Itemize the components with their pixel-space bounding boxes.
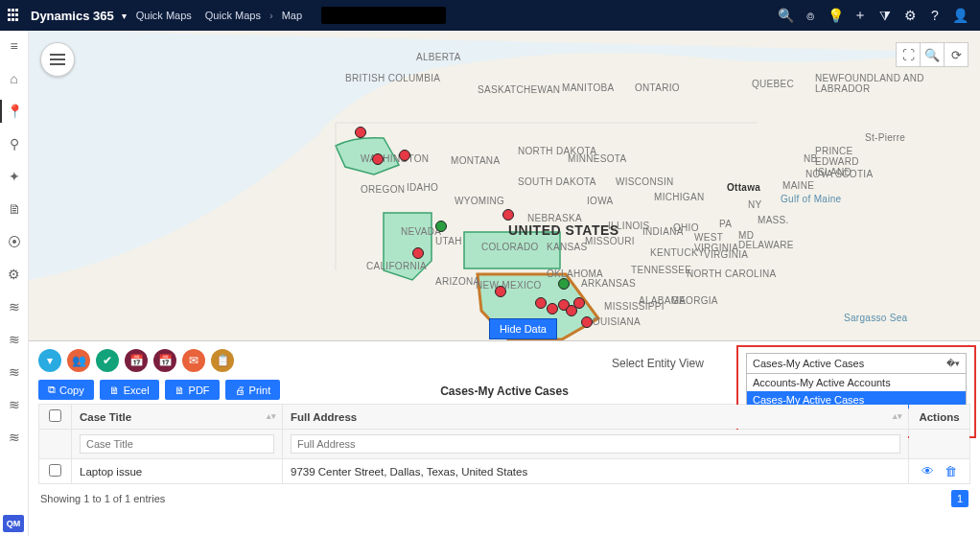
map-refresh-button[interactable]: ⟳ <box>944 42 968 67</box>
chevron-down-icon[interactable]: ▾ <box>122 11 127 21</box>
chip-check-icon[interactable]: ✔ <box>96 349 119 372</box>
rail-doc-icon[interactable]: 🗎 <box>0 198 29 221</box>
map-pin[interactable] <box>547 303 558 315</box>
map-pin[interactable] <box>372 153 384 165</box>
hide-data-button[interactable]: Hide Data <box>489 318 557 339</box>
filter-full-address[interactable] <box>291 434 900 454</box>
chip-clipboard-icon[interactable]: 📋 <box>211 349 234 372</box>
cell-full-address: 9739 Center Street, Dallas, Texas, Unite… <box>283 459 909 484</box>
map-pin[interactable] <box>502 209 514 221</box>
col-case-title[interactable]: Case Title▴▾ <box>72 405 283 430</box>
map-pin[interactable] <box>535 297 547 309</box>
chip-mail-icon[interactable]: ✉ <box>182 349 205 372</box>
entity-view-select[interactable]: Cases-My Active Cases �▾ <box>746 353 967 374</box>
entity-view-label: Select Entity View <box>612 357 704 370</box>
map-pin[interactable] <box>399 150 410 161</box>
task-icon[interactable]: ⌾ <box>798 8 823 23</box>
pdf-label: PDF <box>189 385 210 396</box>
copy-label: Copy <box>59 385 84 396</box>
map-canvas[interactable]: BRITISH COLUMBIA ALBERTA SASKATCHEWAN MA… <box>29 31 980 341</box>
map-pin[interactable] <box>495 286 506 297</box>
delete-icon[interactable]: 🗑 <box>945 464 957 478</box>
cell-case-title: Laptop issue <box>72 459 283 484</box>
data-grid: Case Title▴▾ Full Address▴▾ Actions L <box>38 404 970 484</box>
print-label: Print <box>249 385 271 396</box>
rail-layers3-icon[interactable]: ≋ <box>0 361 29 384</box>
col-full-address[interactable]: Full Address▴▾ <box>283 405 909 430</box>
grid-footer: Showing 1 to 1 of 1 entries 1 <box>38 484 970 507</box>
filter-case-title[interactable] <box>80 434 274 454</box>
search-icon[interactable]: 🔍 <box>773 8 798 23</box>
select-all-checkbox[interactable] <box>49 409 61 422</box>
pdf-button[interactable]: 🗎PDF <box>165 380 220 400</box>
brand-title[interactable]: Dynamics 365 <box>31 9 114 23</box>
excel-button[interactable]: 🗎Excel <box>100 380 159 400</box>
data-panel: ▾ 👥 ✔ 📅 📅 ✉ 📋 Select Entity View Cases-M… <box>29 341 980 536</box>
map-pin[interactable] <box>573 297 585 309</box>
app-launcher-icon[interactable] <box>8 9 21 22</box>
chip-users-icon[interactable]: 👥 <box>67 349 90 372</box>
rail-route-icon[interactable]: ⦿ <box>0 230 29 253</box>
print-button[interactable]: 🖨Print <box>225 380 281 400</box>
col-actions: Actions <box>909 405 970 430</box>
map-pin[interactable] <box>412 247 424 259</box>
entity-view-selected: Cases-My Active Cases <box>753 358 864 369</box>
print-icon: 🖨 <box>235 385 245 396</box>
map-controls: ⛶ 🔍 ⟳ <box>897 42 968 67</box>
top-bar: Dynamics 365 ▾ Quick Maps Quick Maps › M… <box>0 0 980 31</box>
rail-layers5-icon[interactable]: ≋ <box>0 426 29 449</box>
col-checkbox <box>39 405 72 430</box>
plus-icon[interactable]: ＋ <box>848 7 873 24</box>
excel-label: Excel <box>124 385 150 396</box>
excel-icon: 🗎 <box>109 385 120 396</box>
map-menu-button[interactable] <box>40 42 75 77</box>
rail-qm-badge[interactable]: QM <box>3 515 24 532</box>
redacted-box <box>321 7 446 24</box>
map-search-button[interactable]: 🔍 <box>920 42 945 67</box>
breadcrumb-2: Quick Maps › Map <box>205 10 302 21</box>
chip-filter-icon[interactable]: ▾ <box>38 349 61 372</box>
user-icon[interactable]: 👤 <box>947 8 972 23</box>
view-icon[interactable]: 👁 <box>922 464 934 478</box>
rail-mappin-icon[interactable]: ⚲ <box>0 132 29 155</box>
help-icon[interactable]: ? <box>922 8 947 23</box>
breadcrumb-1[interactable]: Quick Maps <box>136 10 192 21</box>
table-row[interactable]: Laptop issue 9739 Center Street, Dallas,… <box>39 459 970 484</box>
map-usa-label: UNITED STATES <box>508 222 619 238</box>
copy-icon: ⧉ <box>48 384 56 396</box>
rail-layers4-icon[interactable]: ≋ <box>0 393 29 416</box>
rail-layers2-icon[interactable]: ≋ <box>0 328 29 351</box>
map-pin[interactable] <box>558 278 570 290</box>
rail-person-icon[interactable]: ✦ <box>0 165 29 188</box>
row-checkbox[interactable] <box>49 464 61 477</box>
rail-menu-icon[interactable]: ≡ <box>0 35 29 58</box>
pdf-icon: 🗎 <box>175 385 185 396</box>
breadcrumb-2b[interactable]: Map <box>282 10 302 21</box>
entries-info: Showing 1 to 1 of 1 entries <box>40 493 165 504</box>
copy-button[interactable]: ⧉Copy <box>38 380 94 400</box>
rail-layers-icon[interactable]: ≋ <box>0 295 29 318</box>
left-rail: ≡ ⌂ 📍 ⚲ ✦ 🗎 ⦿ ⚙ ≋ ≋ ≋ ≋ ≋ QM <box>0 31 29 536</box>
page-number[interactable]: 1 <box>951 490 968 507</box>
chip-calendar-icon[interactable]: 📅 <box>125 349 148 372</box>
bulb-icon[interactable]: 💡 <box>823 8 848 23</box>
map-fullscreen-button[interactable]: ⛶ <box>896 42 921 67</box>
chevron-down-icon: �▾ <box>946 359 960 368</box>
chip-calendar2-icon[interactable]: 📅 <box>153 349 176 372</box>
rail-gear-icon[interactable]: ⚙ <box>0 263 29 286</box>
rail-pin-icon[interactable]: 📍 <box>0 100 29 123</box>
breadcrumb-2a[interactable]: Quick Maps <box>205 10 261 21</box>
map-pin[interactable] <box>435 221 447 232</box>
rail-home-icon[interactable]: ⌂ <box>0 67 29 90</box>
entity-view-option[interactable]: Accounts-My Active Accounts <box>747 374 966 391</box>
filter-icon[interactable]: ⧩ <box>873 8 898 24</box>
gear-icon[interactable]: ⚙ <box>898 8 922 23</box>
map-pin[interactable] <box>581 316 593 328</box>
map-pin[interactable] <box>355 127 366 138</box>
